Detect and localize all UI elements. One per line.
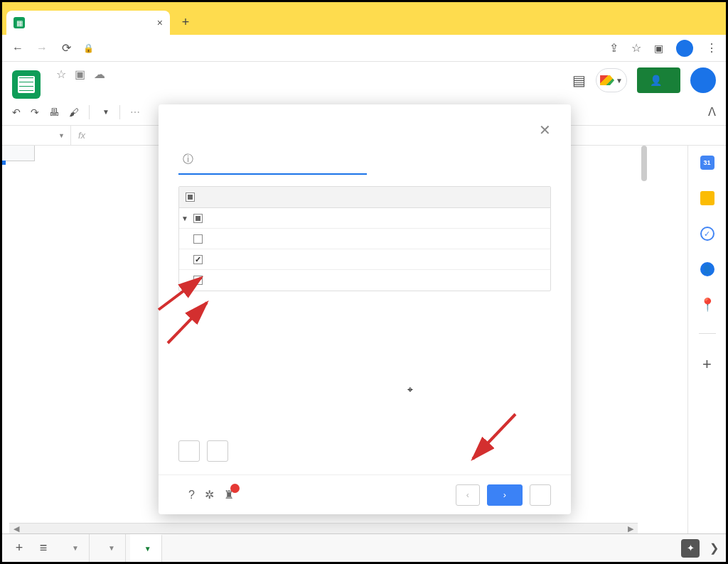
sheets-logo-icon[interactable]	[12, 70, 41, 99]
sheet-tab-master[interactable]: ▼	[58, 534, 90, 562]
all-sheets-button[interactable]: ≡	[33, 541, 53, 555]
move-folder-icon[interactable]: ▣	[75, 67, 85, 81]
sheets-table: ▼	[178, 186, 551, 291]
back-button[interactable]: ←	[11, 42, 25, 55]
checkbox-2022[interactable]	[193, 255, 203, 264]
redo-icon[interactable]: ↷	[31, 107, 39, 118]
sheet-row-master[interactable]	[179, 229, 550, 249]
meet-icon	[600, 75, 614, 85]
add-addon-icon[interactable]: +	[702, 355, 712, 374]
sheets-favicon-icon: ▦	[14, 17, 25, 28]
horizontal-scrollbar[interactable]: ◀▶	[9, 523, 638, 533]
next-button[interactable]: ›	[487, 484, 523, 506]
help-icon[interactable]: ?	[188, 489, 195, 501]
bookmark-icon[interactable]: ☆	[631, 41, 641, 55]
comments-icon[interactable]: ▤	[572, 72, 586, 89]
url-bar: ← → ⟳ 🔒 ⇪ ☆ ▣ ⋮	[2, 35, 726, 62]
sheet-row-2022[interactable]	[179, 249, 550, 270]
side-panel-toggle-icon[interactable]: ❯	[710, 541, 719, 555]
reload-button[interactable]: ⟳	[59, 41, 73, 55]
group-row[interactable]: ▼	[179, 208, 550, 229]
dialog-close-icon[interactable]: ✕	[539, 121, 551, 139]
select-all-checkbox[interactable]	[186, 192, 195, 202]
notifications-icon[interactable]: ♜	[224, 488, 234, 501]
undo-icon[interactable]: ↶	[12, 107, 21, 118]
step-indicator: ⓘ	[178, 153, 551, 166]
select-all-corner[interactable]	[2, 146, 35, 161]
zoom-dropdown[interactable]: ▼	[100, 108, 109, 116]
active-cell-outline	[2, 161, 5, 164]
reading-list-icon[interactable]: ▣	[654, 43, 663, 54]
feedback-icon[interactable]: ✲	[205, 488, 214, 501]
checkbox-2023[interactable]	[193, 276, 203, 285]
maps-icon[interactable]: 📍	[700, 298, 714, 312]
explore-button[interactable]	[681, 539, 700, 558]
browser-tab-strip: ▦ × +	[2, 2, 726, 35]
toolbar-overflow-icon[interactable]: ⋯	[130, 107, 140, 118]
sheet-row-2023[interactable]	[179, 270, 550, 291]
meet-button[interactable]: ▼	[596, 68, 627, 92]
exclude-button[interactable]	[207, 440, 228, 462]
close-button[interactable]	[530, 484, 551, 506]
sheet-tab-2022[interactable]: ▼	[94, 534, 126, 562]
share-button[interactable]: 👤	[637, 67, 680, 93]
vertical-scrollbar[interactable]	[641, 146, 647, 181]
combine-sheets-dialog: ✕ ⓘ ▼	[159, 104, 571, 514]
sheet-tab-2023[interactable]: ▼	[130, 534, 162, 562]
checkbox-master[interactable]	[193, 234, 203, 244]
step-progress-bar	[178, 173, 367, 175]
person-icon: 👤	[650, 75, 662, 86]
account-avatar[interactable]	[690, 67, 716, 93]
lock-icon[interactable]: 🔒	[83, 43, 94, 53]
share-url-icon[interactable]: ⇪	[609, 41, 619, 55]
side-panel: 31 ✓ 👤 📍 +	[687, 146, 726, 533]
calendar-icon[interactable]: 31	[700, 156, 714, 170]
star-icon[interactable]: ☆	[56, 67, 66, 81]
back-button-dialog[interactable]: ‹	[456, 484, 480, 506]
close-tab-icon[interactable]: ×	[157, 17, 163, 28]
add-sheet-button[interactable]: +	[9, 541, 29, 555]
forward-button[interactable]: →	[35, 42, 49, 55]
browser-tab[interactable]: ▦ ×	[6, 11, 170, 35]
window-controls	[670, 2, 722, 31]
expand-icon[interactable]: ▼	[179, 215, 191, 222]
fx-label: fx	[71, 130, 92, 141]
tasks-icon[interactable]: ✓	[700, 227, 714, 241]
collapse-toolbar-icon[interactable]: ᐱ	[708, 105, 716, 119]
cloud-status-icon[interactable]: ☁	[94, 67, 105, 81]
group-checkbox[interactable]	[193, 214, 203, 223]
sheets-header: ☆ ▣ ☁ ▤ ▼ 👤	[2, 62, 726, 99]
kebab-menu-icon[interactable]: ⋮	[706, 41, 717, 55]
paint-format-icon[interactable]: 🖌	[69, 107, 79, 118]
contacts-icon[interactable]: 👤	[700, 262, 714, 276]
info-icon[interactable]: ⓘ	[183, 153, 193, 165]
new-tab-button[interactable]: +	[176, 12, 196, 32]
keep-icon[interactable]	[700, 191, 714, 205]
print-icon[interactable]: 🖶	[49, 107, 59, 118]
sheet-tabs-bar: + ≡ ▼ ▼ ▼ ❯	[2, 533, 726, 562]
add-files-button[interactable]	[178, 440, 200, 462]
name-box[interactable]: ▼	[2, 126, 71, 145]
profile-avatar[interactable]	[676, 40, 693, 57]
